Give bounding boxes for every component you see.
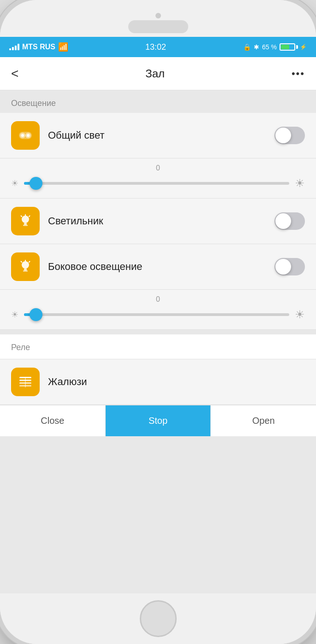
svetilnik-toggle[interactable] <box>274 212 305 230</box>
control-buttons: Close Stop Open <box>0 405 316 436</box>
stop-button[interactable]: Stop <box>106 405 211 436</box>
back-button[interactable]: < <box>11 66 18 81</box>
svg-rect-7 <box>23 225 28 226</box>
signal-icon <box>9 44 19 50</box>
content-spacer <box>0 436 316 593</box>
svg-line-9 <box>21 216 22 217</box>
svg-rect-13 <box>23 270 28 272</box>
battery-pct-label: 65 % <box>262 43 277 51</box>
general-light-slider-row: ☀ ☀ <box>11 177 305 190</box>
general-light-slider[interactable] <box>24 182 289 185</box>
jalousie-name: Жалюзи <box>48 376 305 388</box>
general-light-icon <box>11 121 40 150</box>
side-light-slider-row: ☀ ☀ <box>11 308 305 321</box>
phone-notch <box>0 0 316 37</box>
general-light-slider-section: 0 ☀ ☀ <box>0 158 316 199</box>
device-row-jalousie: Жалюзи <box>0 359 316 405</box>
menu-button[interactable]: ••• <box>292 68 305 80</box>
speaker-grille <box>128 20 188 33</box>
general-light-toggle[interactable] <box>274 127 305 144</box>
camera-dot <box>155 13 161 18</box>
svg-point-5 <box>22 216 29 223</box>
content-area: Освещение Общий свет 0 ☀ <box>0 90 316 593</box>
svg-point-4 <box>27 134 30 137</box>
side-light-icon <box>11 252 40 281</box>
phone-shell: MTS RUS 📶 13:02 🔒 ✱ 65 % ⚡ < Зал ••• Осв… <box>0 0 316 644</box>
general-light-name: Общий свет <box>48 129 274 141</box>
svetilnik-name: Светильник <box>48 215 274 227</box>
svg-point-3 <box>21 134 24 137</box>
home-button[interactable] <box>140 600 177 637</box>
device-row-svetilnik: Светильник <box>0 199 316 244</box>
svg-line-16 <box>29 262 30 263</box>
side-light-slider-value: 0 <box>11 295 305 304</box>
battery-icon: ⚡ <box>280 43 307 51</box>
svg-rect-6 <box>24 223 27 225</box>
side-light-slider-section: 0 ☀ ☀ <box>0 290 316 330</box>
side-brightness-high-icon: ☀ <box>295 308 305 321</box>
nav-bar: < Зал ••• <box>0 57 316 90</box>
svg-rect-12 <box>24 269 27 270</box>
phone-bottom <box>0 593 316 644</box>
general-light-slider-value: 0 <box>11 164 305 172</box>
side-light-name: Боковое освещение <box>48 261 274 273</box>
lighting-section-header: Освещение <box>0 90 316 113</box>
side-light-slider[interactable] <box>24 313 289 316</box>
relay-section-header: Реле <box>0 330 316 359</box>
clock: 13:02 <box>145 42 166 52</box>
brightness-low-icon: ☀ <box>11 178 18 188</box>
bluetooth-icon: ✱ <box>254 43 259 51</box>
svg-line-15 <box>21 262 22 263</box>
open-button[interactable]: Open <box>211 405 316 436</box>
svg-point-11 <box>22 261 29 269</box>
status-left: MTS RUS 📶 <box>9 42 68 52</box>
jalousie-icon <box>11 368 40 396</box>
status-right: 🔒 ✱ 65 % ⚡ <box>243 43 307 51</box>
close-button[interactable]: Close <box>0 405 106 436</box>
carrier-label: MTS RUS <box>22 43 55 51</box>
brightness-high-icon: ☀ <box>295 177 305 190</box>
device-row-side-light: Боковое освещение <box>0 244 316 290</box>
wifi-icon: 📶 <box>58 42 68 52</box>
page-title: Зал <box>145 67 165 80</box>
svetilnik-icon <box>11 207 40 235</box>
svg-line-10 <box>29 216 30 217</box>
lock-icon: 🔒 <box>243 43 251 51</box>
side-brightness-low-icon: ☀ <box>11 310 18 320</box>
status-bar: MTS RUS 📶 13:02 🔒 ✱ 65 % ⚡ <box>0 37 316 57</box>
device-row-general-light: Общий свет <box>0 113 316 158</box>
side-light-toggle[interactable] <box>274 258 305 275</box>
